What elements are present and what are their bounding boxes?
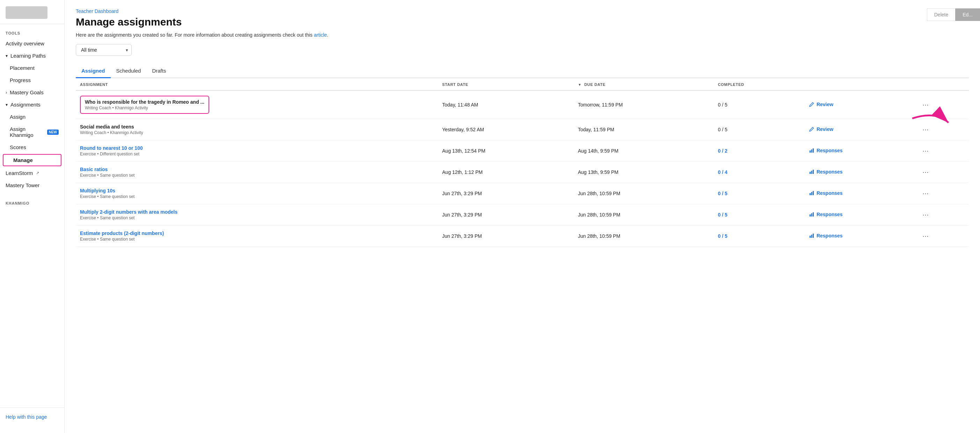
more-options-button[interactable]: ⋯ [920, 231, 931, 241]
responses-button[interactable]: Responses [809, 212, 843, 217]
sidebar-item-manage[interactable]: Manage [3, 154, 62, 166]
breadcrumb[interactable]: Teacher Dashboard [76, 8, 969, 14]
assignment-cell: Round to nearest 10 or 100Exercise • Dif… [76, 140, 438, 162]
sidebar: TOOLS Activity overview ▾ Learning Paths… [0, 0, 65, 433]
more-options-button[interactable]: ⋯ [920, 167, 931, 177]
start-date-cell: Today, 11:48 AM [438, 91, 574, 119]
assignment-name: Social media and teens [80, 124, 434, 129]
svg-rect-2 [813, 148, 814, 153]
responses-button[interactable]: Responses [809, 190, 843, 196]
review-button[interactable]: Review [809, 126, 833, 132]
completed-cell[interactable]: 0 / 5 [714, 226, 805, 247]
assignment-meta: Exercise • Same question set [80, 215, 434, 220]
sidebar-item-scores[interactable]: Scores [0, 141, 64, 153]
assignment-name[interactable]: Estimate products (2-digit numbers) [80, 231, 434, 236]
responses-button[interactable]: Responses [809, 169, 843, 175]
more-options-cell: ⋯ [915, 119, 969, 140]
action-cell: Review [805, 91, 915, 119]
col-due-date[interactable]: ▼ DUE DATE [574, 78, 714, 91]
sidebar-item-label: Placement [10, 65, 35, 71]
sidebar-item-label: Mastery Goals [10, 89, 44, 96]
action-cell: Review [805, 119, 915, 140]
more-options-button[interactable]: ⋯ [920, 210, 931, 220]
tab-assigned[interactable]: Assigned [76, 64, 111, 78]
time-filter-select[interactable]: All time Last 7 days Last 30 days Last 3… [76, 44, 132, 56]
more-options-cell: ⋯ [915, 183, 969, 204]
bar-chart-icon [809, 190, 815, 196]
sidebar-item-activity-overview[interactable]: Activity overview [0, 37, 64, 49]
svg-rect-0 [810, 151, 811, 153]
svg-rect-4 [811, 171, 812, 174]
bar-chart-icon [809, 169, 815, 175]
more-options-cell: ⋯ [915, 204, 969, 226]
col-action [805, 78, 915, 91]
filter-select-wrap: All time Last 7 days Last 30 days Last 3… [76, 44, 132, 56]
sidebar-item-learnstorm[interactable]: LearnStorm ↗ [0, 167, 64, 179]
assignment-cell: Basic ratiosExercise • Same question set [76, 162, 438, 183]
sidebar-item-label: LearnStorm [6, 170, 33, 176]
sidebar-item-learning-paths[interactable]: ▾ Learning Paths [0, 49, 64, 62]
sidebar-item-mastery-tower[interactable]: Mastery Tower [0, 179, 64, 191]
table-row: Round to nearest 10 or 100Exercise • Dif… [76, 140, 969, 162]
bar-chart-icon [809, 148, 815, 153]
assignment-name[interactable]: Multiplying 10s [80, 188, 434, 193]
sidebar-section-khanmigo: KHANMIGO [0, 197, 64, 207]
completed-cell[interactable]: 0 / 4 [714, 162, 805, 183]
sidebar-item-label: Assign [10, 114, 25, 120]
assignments-table: ASSIGNMENT START DATE ▼ DUE DATE COMPLET… [76, 78, 969, 247]
help-with-page-link[interactable]: Help with this page [0, 411, 64, 423]
tab-drafts[interactable]: Drafts [146, 64, 172, 78]
completed-cell: 0 / 5 [714, 119, 805, 140]
assignment-meta: Exercise • Same question set [80, 194, 434, 199]
assignment-meta: Writing Coach • Khanmigo Activity [85, 105, 204, 110]
main-content: Delete Ed... Teacher Dashboard Manage as… [65, 0, 980, 433]
sidebar-item-placement[interactable]: Placement [0, 62, 64, 74]
sidebar-item-mastery-goals[interactable]: › Mastery Goals [0, 86, 64, 99]
table-row: Social media and teensWriting Coach • Kh… [76, 119, 969, 140]
sidebar-item-label: Activity overview [6, 40, 45, 46]
more-options-cell: ⋯ [915, 162, 969, 183]
action-cell: Responses [805, 162, 915, 183]
col-start-date: START DATE [438, 78, 574, 91]
col-assignment: ASSIGNMENT [76, 78, 438, 91]
assignment-cell: Who is responsible for the tragedy in Ro… [76, 91, 438, 119]
sidebar-item-label: Mastery Tower [6, 182, 40, 188]
more-options-button[interactable]: ⋯ [920, 188, 931, 199]
assignment-cell: Estimate products (2-digit numbers)Exerc… [76, 226, 438, 247]
table-row: Basic ratiosExercise • Same question set… [76, 162, 969, 183]
due-date-cell: Today, 11:59 PM [574, 119, 714, 140]
delete-button[interactable]: Delete [927, 8, 955, 21]
page-subtitle: Here are the assignments you created so … [76, 32, 969, 38]
more-options-button[interactable]: ⋯ [920, 146, 931, 156]
bar-chart-icon [809, 233, 815, 239]
review-button[interactable]: Review [809, 102, 833, 107]
more-options-button[interactable]: ⋯ [920, 100, 931, 110]
bar-chart-icon [809, 212, 815, 217]
more-options-button[interactable]: ⋯ [920, 124, 931, 135]
more-options-cell: ⋯ [915, 226, 969, 247]
completed-cell[interactable]: 0 / 5 [714, 204, 805, 226]
assignment-name[interactable]: Round to nearest 10 or 100 [80, 145, 434, 151]
sidebar-bottom: Help with this page [0, 408, 64, 426]
completed-cell[interactable]: 0 / 2 [714, 140, 805, 162]
sidebar-item-assignments[interactable]: ▾ Assignments [0, 99, 64, 111]
responses-button[interactable]: Responses [809, 233, 843, 239]
tab-scheduled[interactable]: Scheduled [111, 64, 147, 78]
sidebar-item-progress[interactable]: Progress [0, 74, 64, 86]
assignment-cell: Multiply 2-digit numbers with area model… [76, 204, 438, 226]
completed-cell[interactable]: 0 / 5 [714, 183, 805, 204]
sidebar-item-label: Assignments [11, 102, 40, 108]
assignment-name[interactable]: Basic ratios [80, 167, 434, 172]
sidebar-item-assign-khanmigo[interactable]: Assign Khanmigo NEW [0, 123, 64, 141]
chevron-right-icon: › [6, 90, 7, 95]
article-link[interactable]: article [314, 32, 327, 38]
svg-rect-11 [813, 212, 814, 216]
tabs-bar: Assigned Scheduled Drafts [76, 64, 969, 78]
sidebar-item-assign[interactable]: Assign [0, 111, 64, 123]
sidebar-logo [0, 0, 64, 24]
edit-button[interactable]: Ed... [955, 8, 980, 21]
assignment-name[interactable]: Multiply 2-digit numbers with area model… [80, 209, 434, 215]
svg-rect-1 [811, 150, 812, 153]
assignment-meta: Writing Coach • Khanmigo Activity [80, 130, 434, 135]
responses-button[interactable]: Responses [809, 148, 843, 153]
